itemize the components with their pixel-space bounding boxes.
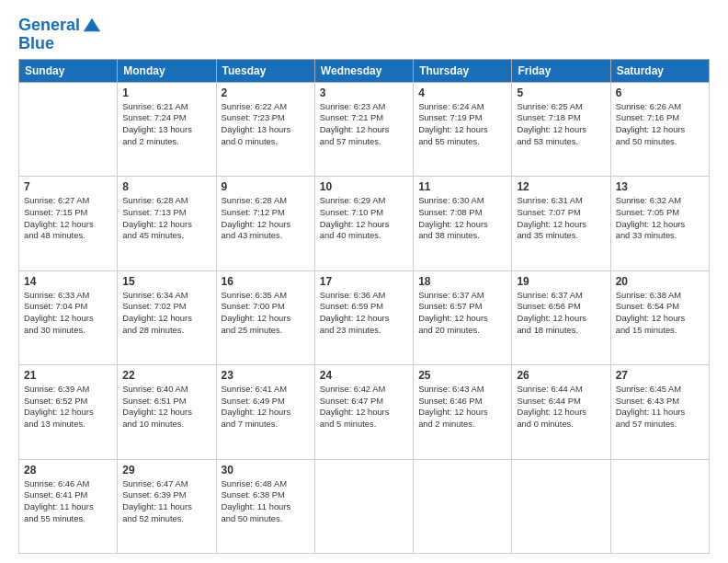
day-number: 6 (616, 86, 704, 99)
day-cell: 6Sunrise: 6:26 AMSunset: 7:16 PMDaylight… (610, 82, 709, 176)
day-info-line: and 28 minutes. (122, 325, 210, 337)
calendar: SundayMondayTuesdayWednesdayThursdayFrid… (18, 59, 710, 554)
day-info-line: Daylight: 12 hours (122, 313, 210, 325)
day-info-line: and 40 minutes. (320, 230, 408, 242)
day-info-line: and 0 minutes. (517, 419, 605, 431)
day-info-line: Sunrise: 6:37 AM (517, 290, 605, 302)
day-cell (314, 459, 413, 553)
day-info-line: Sunset: 7:15 PM (24, 207, 112, 219)
col-header-wednesday: Wednesday (314, 59, 413, 82)
day-info-line: Sunrise: 6:33 AM (24, 290, 112, 302)
day-info-line: Daylight: 13 hours (122, 124, 210, 136)
day-info-line: Sunset: 6:49 PM (222, 396, 310, 408)
day-info-line: Daylight: 11 hours (616, 407, 704, 419)
day-info-line: Sunrise: 6:38 AM (616, 290, 704, 302)
day-cell: 15Sunrise: 6:34 AMSunset: 7:02 PMDayligh… (118, 270, 216, 364)
day-number: 29 (122, 464, 210, 477)
day-info-line: Sunrise: 6:44 AM (517, 384, 605, 396)
day-info-line: Daylight: 12 hours (418, 313, 506, 325)
day-cell: 22Sunrise: 6:40 AMSunset: 6:51 PMDayligh… (118, 365, 216, 459)
day-info-line: Sunset: 6:59 PM (320, 301, 408, 313)
day-cell: 2Sunrise: 6:22 AMSunset: 7:23 PMDaylight… (216, 82, 314, 176)
col-header-sunday: Sunday (19, 59, 118, 82)
day-info-line: Daylight: 12 hours (122, 407, 210, 419)
day-info-line: and 30 minutes. (24, 325, 112, 337)
day-info-line: Sunrise: 6:41 AM (222, 384, 310, 396)
day-info-line: Sunrise: 6:40 AM (122, 384, 210, 396)
day-info-line: and 5 minutes. (320, 419, 408, 431)
day-number: 22 (122, 369, 210, 382)
logo-blue: Blue (18, 35, 102, 53)
day-number: 25 (418, 369, 506, 382)
day-info-line: Daylight: 12 hours (320, 407, 408, 419)
day-info-line: Daylight: 12 hours (320, 313, 408, 325)
page: General Blue SundayMondayTuesdayWednesda… (0, 0, 728, 563)
day-number: 10 (320, 180, 408, 193)
day-info-line: Sunset: 6:54 PM (616, 301, 704, 313)
day-info-line: and 50 minutes. (222, 513, 310, 525)
day-cell: 11Sunrise: 6:30 AMSunset: 7:08 PMDayligh… (414, 177, 512, 270)
day-info-line: and 52 minutes. (122, 513, 210, 525)
day-info-line: and 57 minutes. (616, 419, 704, 431)
day-info-line: Sunrise: 6:30 AM (418, 195, 506, 207)
col-header-friday: Friday (512, 59, 610, 82)
day-cell (610, 459, 709, 553)
day-info-line: Sunset: 7:04 PM (24, 301, 112, 313)
day-info-line: Sunset: 7:24 PM (122, 112, 210, 124)
day-info-line: Daylight: 11 hours (222, 501, 310, 513)
day-cell: 4Sunrise: 6:24 AMSunset: 7:19 PMDaylight… (414, 82, 512, 176)
day-info-line: and 35 minutes. (517, 230, 605, 242)
day-cell (414, 459, 512, 553)
day-info-line: and 48 minutes. (24, 230, 112, 242)
day-info-line: and 15 minutes. (616, 325, 704, 337)
day-number: 2 (222, 86, 310, 99)
day-number: 4 (418, 86, 506, 99)
day-info-line: Sunset: 7:18 PM (517, 112, 605, 124)
day-info-line: Daylight: 12 hours (517, 124, 605, 136)
day-number: 26 (517, 369, 605, 382)
day-info-line: and 53 minutes. (517, 136, 605, 148)
day-info-line: Sunset: 6:44 PM (517, 396, 605, 408)
day-info-line: Daylight: 12 hours (24, 407, 112, 419)
day-info-line: Sunrise: 6:26 AM (616, 101, 704, 113)
day-number: 27 (616, 369, 704, 382)
day-cell: 26Sunrise: 6:44 AMSunset: 6:44 PMDayligh… (512, 365, 610, 459)
day-info-line: Sunset: 6:52 PM (24, 396, 112, 408)
day-number: 12 (517, 180, 605, 193)
day-number: 8 (122, 180, 210, 193)
day-info-line: Daylight: 12 hours (418, 407, 506, 419)
day-info-line: Sunrise: 6:22 AM (222, 101, 310, 113)
week-row-2: 7Sunrise: 6:27 AMSunset: 7:15 PMDaylight… (19, 177, 710, 270)
day-info-line: and 45 minutes. (122, 230, 210, 242)
day-info-line: Daylight: 12 hours (616, 219, 704, 231)
day-info-line: Daylight: 13 hours (222, 124, 310, 136)
day-number: 17 (320, 275, 408, 288)
day-info-line: and 13 minutes. (24, 419, 112, 431)
day-info-line: Sunrise: 6:37 AM (418, 290, 506, 302)
week-row-4: 21Sunrise: 6:39 AMSunset: 6:52 PMDayligh… (19, 365, 710, 459)
day-number: 16 (222, 275, 310, 288)
day-info-line: Sunset: 7:07 PM (517, 207, 605, 219)
day-info-line: Sunset: 7:00 PM (222, 301, 310, 313)
day-info-line: Daylight: 11 hours (122, 501, 210, 513)
day-cell: 7Sunrise: 6:27 AMSunset: 7:15 PMDaylight… (19, 177, 118, 270)
day-number: 21 (24, 369, 112, 382)
day-info-line: Sunset: 6:43 PM (616, 396, 704, 408)
day-number: 23 (222, 369, 310, 382)
day-number: 3 (320, 86, 408, 99)
day-info-line: Sunset: 6:39 PM (122, 489, 210, 501)
day-number: 24 (320, 369, 408, 382)
day-number: 18 (418, 275, 506, 288)
day-number: 13 (616, 180, 704, 193)
day-cell (19, 82, 118, 176)
day-cell: 21Sunrise: 6:39 AMSunset: 6:52 PMDayligh… (19, 365, 118, 459)
day-info-line: Sunset: 6:38 PM (222, 489, 310, 501)
day-info-line: and 55 minutes. (418, 136, 506, 148)
day-number: 11 (418, 180, 506, 193)
col-header-thursday: Thursday (414, 59, 512, 82)
day-cell: 14Sunrise: 6:33 AMSunset: 7:04 PMDayligh… (19, 270, 118, 364)
day-info-line: Sunset: 6:47 PM (320, 396, 408, 408)
day-info-line: and 43 minutes. (222, 230, 310, 242)
day-info-line: and 25 minutes. (222, 325, 310, 337)
day-info-line: Daylight: 12 hours (320, 219, 408, 231)
